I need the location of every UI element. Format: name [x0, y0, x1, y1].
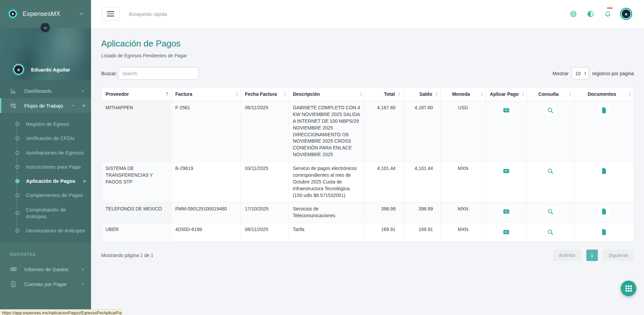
cell-aplicar-pago [486, 223, 527, 241]
cell-aplicar-pago [486, 162, 527, 202]
sort-arrows-icon: ▲▼ [360, 92, 362, 96]
sidebar-item-label: Comprobación de Anticipos [26, 206, 86, 220]
column-header-label: Consulta [538, 91, 559, 97]
sidebar-item-label: Flujos de Trabajo [24, 103, 63, 109]
cell-moneda: MXN [440, 223, 486, 241]
profile-collapse-button[interactable] [40, 23, 50, 32]
topbar: e [91, 0, 644, 28]
column-header-factura[interactable]: Factura▲▼ [171, 87, 241, 101]
consulta-button[interactable] [545, 105, 557, 116]
sort-arrows-icon: ▲▼ [398, 92, 401, 96]
user-avatar[interactable]: e [621, 9, 631, 19]
sidebar-item-dashboards[interactable]: Dashboards [0, 83, 91, 98]
contrast-icon[interactable] [587, 10, 594, 18]
cell-saldo: 4,101.44 [403, 162, 441, 202]
consulta-button[interactable] [545, 226, 557, 238]
sort-arrows-icon: ▲▼ [284, 92, 286, 96]
aplicar-pago-button[interactable] [500, 226, 513, 238]
status-dot [83, 105, 85, 107]
sort-arrows-icon: ▲▼ [569, 92, 572, 96]
user-avatar[interactable]: e [13, 64, 24, 75]
cell-factura: F-2561 [171, 101, 241, 162]
documentos-button[interactable] [598, 165, 610, 177]
sidebar-item-label: Verificación de CFDIs [26, 135, 86, 142]
main-content: Aplicación de Pagos Listado de Egresos P… [91, 28, 644, 315]
sidebar-item-cuentas-por-pagar[interactable]: $ Cuentas por Pagar [0, 277, 91, 291]
column-header-moneda[interactable]: Moneda▲▼ [440, 87, 486, 101]
column-header-total[interactable]: Total▲▼ [365, 87, 403, 101]
column-header-consulta[interactable]: Consulta▲▼ [527, 87, 574, 101]
column-header-aplicar-pago[interactable]: Aplicar Pago▲▼ [486, 87, 527, 101]
document-icon [601, 229, 607, 235]
money-bill-icon [503, 229, 510, 235]
aplicar-pago-button[interactable] [500, 105, 513, 116]
sidebar-item-complementos-de-pagos[interactable]: Complementos de Pagos [0, 188, 91, 202]
aplicar-pago-button[interactable] [500, 165, 513, 177]
cell-saldo: 4,187.60 [403, 101, 441, 162]
page-size-value: 10 [575, 71, 581, 76]
sort-arrows-icon: ▲▼ [480, 92, 483, 96]
table-search-input[interactable] [118, 67, 199, 80]
sidebar-item-label: Complementos de Pagos [26, 192, 86, 199]
aplicar-pago-button[interactable] [500, 206, 513, 217]
cell-fecha-factura: 06/11/2025 [241, 101, 289, 162]
previous-page-button[interactable]: Anterior [553, 250, 581, 261]
consulta-button[interactable] [545, 206, 557, 217]
column-header-fecha-factura[interactable]: Fecha Factura▲▼ [241, 87, 289, 101]
sidebar-item-aprobaciones-de-egresos[interactable]: Aprobaciones de Egresos [0, 146, 91, 160]
column-header-label: Aplicar Pago [490, 91, 519, 97]
profile-panel: e Eduardo Aguilar [0, 28, 91, 80]
hamburger-menu-button[interactable] [102, 7, 119, 21]
link-url-statusbar: https://app.expenses.mx/AplicacionPagos/… [0, 309, 122, 315]
consulta-button[interactable] [545, 165, 557, 177]
gear-icon[interactable] [569, 10, 577, 18]
sidebar-item-verificacion-de-cfdis[interactable]: Verificación de CFDIs [0, 131, 91, 145]
column-header-saldo[interactable]: Saldo▲▼ [403, 87, 441, 101]
sidebar-item-label: Cuentas por Pagar [24, 281, 73, 287]
column-header-descripcion[interactable]: Descripción▲▼ [289, 87, 365, 101]
page-size-select[interactable]: 10 ▲▼ [572, 67, 589, 79]
current-page-button[interactable]: 1 [586, 250, 598, 261]
next-page-button[interactable]: Siguiente [603, 250, 634, 261]
sidebar: e ExpensesMX e Eduardo Aguilar Dashboard… [0, 0, 91, 315]
cell-saldo: 169.91 [403, 223, 441, 241]
apps-grid-button[interactable] [621, 281, 636, 296]
sidebar-item-instrucciones-para-pago[interactable]: Instrucciones para Pago [0, 160, 91, 174]
cell-factura: 4D50D-6199 [171, 223, 241, 241]
chevron-down-icon[interactable] [79, 11, 84, 16]
expenses-table: Proveedor▲▼Factura▲▼Fecha Factura▲▼Descr… [101, 87, 634, 241]
cell-documentos [574, 162, 634, 202]
bell-icon[interactable] [604, 10, 612, 18]
reports-section: REPORTES Informes de Gastos $ Cuentas po… [0, 242, 91, 315]
sidebar-item-flujos-de-trabajo[interactable]: Flujos de Trabajo [0, 98, 91, 113]
sidebar-item-aplicacion-de-pagos[interactable]: Aplicación de Pagos [0, 174, 91, 188]
cell-proveedor: TELEFONOS DE MEXICO [101, 202, 171, 223]
documentos-button[interactable] [598, 206, 610, 217]
page-title: Aplicación de Pagos [101, 38, 634, 49]
cell-descripcion: Servicio de pagos electrónicos correspon… [289, 162, 365, 202]
column-header-documentos[interactable]: Documentos▲▼ [574, 87, 634, 101]
cell-aplicar-pago [486, 202, 527, 223]
documentos-button[interactable] [598, 105, 610, 116]
money-bill-icon [10, 266, 17, 273]
table-row: TELEFONOS DE MEXICOFMM-09012510001948017… [101, 202, 634, 223]
table-row: UBER4D50D-619908/11/2025Tarifa169.91169.… [101, 223, 634, 241]
documentos-button[interactable] [598, 226, 610, 238]
cell-descripcion: Servicios de Telecomunicaciones [289, 202, 365, 223]
quick-search-input[interactable] [129, 11, 560, 17]
table-row: MITHAPPENF-256106/11/2025GABINETE COMPLE… [101, 101, 634, 162]
sidebar-item-informes-de-gastos[interactable]: Informes de Gastos [0, 262, 91, 277]
cell-documentos [574, 202, 634, 223]
cell-consulta [527, 101, 574, 162]
sidebar-item-registro-de-egreso[interactable]: Registro de Egreso [0, 117, 91, 131]
cell-factura: FMM-090125100019480 [171, 202, 241, 223]
bar-chart-icon [10, 88, 17, 94]
document-icon [601, 208, 607, 215]
column-header-label: Fecha Factura [245, 91, 277, 97]
column-header-proveedor[interactable]: Proveedor▲▼ [101, 87, 171, 101]
sidebar-item-devoluciones-de-anticipos[interactable]: Devoluciones de Anticipos [0, 224, 91, 238]
column-header-label: Documentos [588, 91, 616, 97]
sidebar-item-comprobacion-de-anticipos[interactable]: Comprobación de Anticipos [0, 203, 91, 224]
svg-text:$: $ [12, 283, 14, 286]
user-name: Eduardo Aguilar [31, 67, 70, 73]
